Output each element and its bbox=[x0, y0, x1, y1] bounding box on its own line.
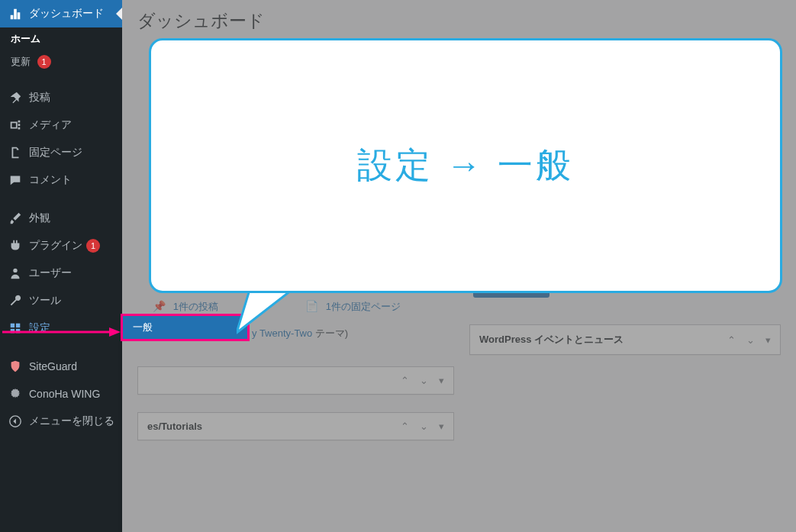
sidebar-item-comments[interactable]: コメント bbox=[0, 166, 122, 194]
sidebar-label: ConoHa WING bbox=[29, 388, 100, 400]
svg-marker-7 bbox=[109, 327, 121, 337]
sidebar-label: ツール bbox=[29, 294, 61, 308]
user-icon bbox=[8, 266, 23, 281]
sidebar-item-siteguard[interactable]: SiteGuard bbox=[0, 353, 122, 380]
sidebar-label: プラグイン bbox=[29, 239, 82, 253]
sidebar-label: 外観 bbox=[29, 211, 50, 225]
sidebar-label: 固定ページ bbox=[29, 146, 82, 160]
sidebar-item-posts[interactable]: 投稿 bbox=[0, 84, 122, 111]
sidebar-item-appearance[interactable]: 外観 bbox=[0, 205, 122, 232]
sidebar-label: コメント bbox=[29, 173, 72, 187]
submenu-general[interactable]: 一般 bbox=[122, 315, 248, 340]
callout-text: 設定 → 一般 bbox=[357, 142, 574, 189]
plugins-badge: 1 bbox=[86, 239, 100, 253]
sidebar-label: 投稿 bbox=[29, 91, 50, 105]
admin-sidebar: ダッシュボード ホーム 更新 1 投稿 メディア 固定ページ コメント 外観 bbox=[0, 0, 122, 532]
sidebar-item-tools[interactable]: ツール bbox=[0, 287, 122, 314]
sidebar-item-users[interactable]: ユーザー bbox=[0, 260, 122, 287]
updates-badge: 1 bbox=[37, 55, 51, 69]
annotation-arrow bbox=[2, 327, 121, 336]
sidebar-item-media[interactable]: メディア bbox=[0, 111, 122, 139]
brush-icon bbox=[8, 211, 23, 226]
sidebar-item-conoha[interactable]: ConoHa WING bbox=[0, 380, 122, 408]
gear-icon bbox=[8, 386, 23, 401]
sidebar-subitem-home[interactable]: ホーム bbox=[0, 27, 122, 50]
sidebar-item-collapse[interactable]: メニューを閉じる bbox=[0, 408, 122, 435]
pin-icon bbox=[8, 90, 23, 105]
collapse-icon bbox=[8, 414, 23, 429]
dashboard-icon bbox=[8, 6, 23, 21]
sidebar-label: ユーザー bbox=[29, 266, 72, 280]
sidebar-label: メディア bbox=[29, 118, 72, 132]
comment-icon bbox=[8, 172, 23, 188]
updates-label: 更新 bbox=[11, 56, 31, 67]
sidebar-item-plugins[interactable]: プラグイン 1 bbox=[0, 232, 122, 260]
svg-point-0 bbox=[13, 269, 17, 272]
sidebar-label: ダッシュボード bbox=[29, 7, 104, 21]
plugin-icon bbox=[8, 238, 23, 253]
page-icon bbox=[8, 145, 23, 160]
sidebar-label: SiteGuard bbox=[29, 360, 77, 372]
shield-icon bbox=[8, 359, 23, 374]
sidebar-item-pages[interactable]: 固定ページ bbox=[0, 139, 122, 166]
sidebar-label: メニューを閉じる bbox=[29, 414, 114, 428]
sidebar-subitem-updates[interactable]: 更新 1 bbox=[0, 50, 122, 73]
sidebar-item-dashboard[interactable]: ダッシュボード bbox=[0, 0, 122, 27]
callout-box: 設定 → 一般 bbox=[149, 38, 782, 293]
wrench-icon bbox=[8, 293, 23, 308]
media-icon bbox=[8, 118, 23, 133]
